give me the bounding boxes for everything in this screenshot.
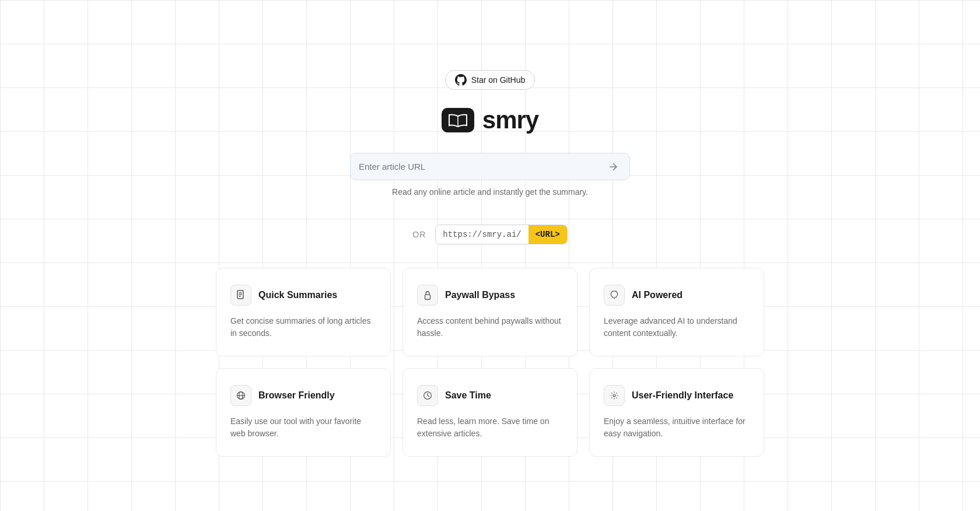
user-friendly-title: User-Friendly Interface [632, 390, 733, 401]
paywall-bypass-desc: Access content behind paywalls without h… [417, 315, 563, 340]
feature-card-ai-powered: AI Powered Leverage advanced AI to under… [589, 268, 764, 356]
search-bar-container [350, 153, 630, 180]
feature-card-paywall-bypass: Paywall Bypass Access content behind pay… [402, 268, 578, 356]
globe-icon [236, 391, 246, 400]
feature-card-browser-friendly: Browser Friendly Easily use our tool wit… [216, 368, 391, 457]
url-prefix-text: https://smry.ai/ [436, 225, 528, 244]
card-header: User-Friendly Interface [604, 385, 750, 406]
logo-text: smry [482, 106, 538, 134]
card-header: Paywall Bypass [417, 285, 563, 306]
save-time-icon-wrap [417, 385, 438, 406]
browser-friendly-title: Browser Friendly [258, 390, 335, 401]
ai-powered-icon-wrap [604, 285, 625, 306]
document-icon [236, 290, 246, 300]
lock-icon [423, 290, 432, 300]
quick-summaries-title: Quick Summaries [258, 290, 337, 300]
feature-cards-row2: Browser Friendly Easily use our tool wit… [216, 368, 764, 457]
logo-section: smry [442, 106, 538, 134]
ai-powered-desc: Leverage advanced AI to understand conte… [604, 315, 750, 340]
feature-card-user-friendly: User-Friendly Interface Enjoy a seamless… [589, 368, 764, 457]
or-label: OR [412, 230, 426, 239]
submit-arrow-icon [607, 161, 619, 173]
logo-icon [442, 108, 474, 132]
save-time-desc: Read less, learn more. Save time on exte… [417, 415, 563, 440]
quick-summaries-icon-wrap [230, 285, 251, 306]
github-star-button[interactable]: Star on GitHub [445, 70, 536, 90]
card-header: AI Powered [604, 285, 750, 306]
clock-icon [423, 391, 432, 400]
feature-cards-row1: Quick Summaries Get concise summaries of… [216, 268, 764, 356]
quick-summaries-desc: Get concise summaries of long articles i… [230, 315, 376, 340]
card-header: Browser Friendly [230, 385, 376, 406]
card-header: Quick Summaries [230, 285, 376, 306]
browser-friendly-icon-wrap [230, 385, 251, 406]
user-friendly-icon-wrap [604, 385, 625, 406]
svg-rect-6 [425, 295, 430, 299]
book-icon [448, 113, 468, 128]
url-search-input[interactable] [359, 153, 605, 180]
paywall-bypass-title: Paywall Bypass [445, 290, 515, 300]
github-icon [455, 74, 467, 86]
search-subtitle: Read any online article and instantly ge… [392, 187, 588, 197]
or-section: OR https://smry.ai/ <URL> [412, 225, 567, 244]
url-placeholder-text: <URL> [528, 225, 567, 244]
browser-friendly-desc: Easily use our tool with your favorite w… [230, 415, 376, 440]
search-submit-button[interactable] [605, 159, 621, 175]
ai-powered-title: AI Powered [632, 290, 682, 300]
github-btn-label: Star on GitHub [471, 75, 526, 85]
user-friendly-desc: Enjoy a seamless, intuitive interface fo… [604, 415, 750, 440]
url-prefix-box: https://smry.ai/ <URL> [435, 225, 567, 244]
paywall-bypass-icon-wrap [417, 285, 438, 306]
card-header: Save Time [417, 385, 563, 406]
lightbulb-icon [610, 290, 619, 300]
svg-point-11 [613, 394, 615, 397]
feature-card-save-time: Save Time Read less, learn more. Save ti… [402, 368, 578, 457]
settings-icon [610, 391, 619, 400]
feature-card-quick-summaries: Quick Summaries Get concise summaries of… [216, 268, 391, 356]
main-content: Star on GitHub smry Read any online arti… [0, 0, 980, 457]
save-time-title: Save Time [445, 390, 491, 401]
